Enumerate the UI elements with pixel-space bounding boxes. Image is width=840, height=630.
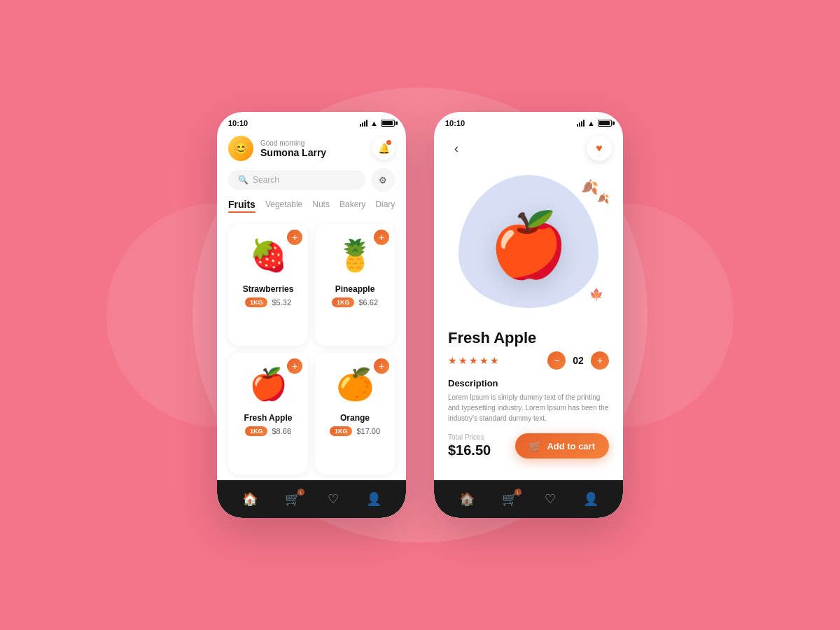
strawberries-meta: 1KG $5.32 [245, 298, 291, 307]
detail-product-image: 🍎 [489, 209, 568, 282]
nav-home-2[interactable]: 🏠 [459, 491, 475, 507]
user-info: 😊 Good morning Sumona Larry [228, 136, 326, 161]
decrease-quantity-button[interactable]: − [547, 351, 566, 370]
pineapple-name: Pineapple [335, 284, 375, 294]
orange-meta: 1KG $17.00 [330, 426, 380, 436]
notification-button[interactable]: 🔔 [372, 137, 395, 160]
wifi-icon: ▲ [370, 119, 378, 127]
category-fruits[interactable]: Fruits [228, 199, 255, 210]
add-strawberries-button[interactable]: + [287, 230, 302, 245]
favorite-button[interactable]: ♥ [587, 136, 612, 161]
battery-icon-2 [598, 120, 612, 127]
strawberries-name: Strawberries [243, 284, 294, 294]
cart-badge-2: 1 [514, 489, 522, 496]
category-bakery[interactable]: Bakery [340, 200, 365, 209]
nav-cart-1[interactable]: 🛒 1 [285, 491, 300, 507]
orange-price: $17.00 [356, 427, 380, 435]
category-diary[interactable]: Diary [375, 200, 395, 209]
product-grid: + 🍓 Strawberries 1KG $5.32 + 🍍 Pineapple [217, 218, 406, 480]
wifi-icon-2: ▲ [587, 119, 595, 127]
status-time-1: 10:10 [228, 119, 248, 127]
category-nuts[interactable]: Nuts [312, 200, 330, 209]
star-5: ★ [490, 355, 499, 366]
product-detail-info: Fresh Apple ★ ★ ★ ★ ★ − 02 + Description… [434, 322, 623, 480]
product-card-orange[interactable]: + 🍊 Orange 1KG $17.00 [315, 353, 395, 475]
star-2: ★ [458, 355, 468, 366]
phone-detail-screen: 10:10 ▲ ‹ ♥ 🍎 🍂 🍂 🍁 [434, 112, 623, 518]
add-to-cart-button[interactable]: 🛒 Add to cart [515, 433, 609, 458]
star-3: ★ [469, 355, 478, 366]
status-bar-1: 10:10 ▲ [217, 112, 406, 132]
home-header: 😊 Good morning Sumona Larry 🔔 [217, 132, 406, 168]
nav-favorites-1[interactable]: ♡ [328, 491, 339, 507]
phones-container: 10:10 ▲ 😊 Good morning Sumona Larry [217, 112, 623, 518]
nav-home-1[interactable]: 🏠 [242, 491, 258, 507]
search-bar[interactable]: 🔍 Search [228, 170, 365, 190]
orange-weight: 1KG [330, 426, 353, 436]
status-bar-2: 10:10 ▲ [434, 112, 623, 132]
star-4: ★ [479, 355, 489, 366]
description-text: Lorem Ipsum is simply dummy text of the … [448, 392, 609, 424]
fresh-apple-price: $8.66 [272, 427, 291, 435]
add-to-cart-label: Add to cart [547, 441, 595, 451]
user-name-label: Sumona Larry [260, 147, 326, 158]
filter-button[interactable]: ⚙ [371, 168, 395, 192]
detail-header: ‹ ♥ [434, 132, 623, 168]
bottom-nav-2: 🏠 🛒 1 ♡ 👤 [434, 480, 623, 518]
category-tabs: Fruits Vegetable Nuts Bakery Diary [217, 199, 406, 218]
back-button[interactable]: ‹ [445, 137, 468, 160]
bottom-nav-1: 🏠 🛒 1 ♡ 👤 [217, 480, 406, 518]
nav-cart-2[interactable]: 🛒 1 [502, 491, 517, 507]
total-price-section: Total Prices $16.50 [448, 433, 491, 458]
strawberries-weight: 1KG [245, 298, 268, 307]
pineapple-weight: 1KG [332, 298, 355, 307]
category-vegetable[interactable]: Vegetable [265, 200, 302, 209]
strawberries-price: $5.32 [272, 298, 291, 307]
decoration-leaf-1: 🍂 [581, 178, 598, 195]
search-icon: 🔍 [238, 175, 248, 185]
total-price-value: $16.50 [448, 442, 491, 458]
heart-icon: ♥ [596, 142, 603, 155]
greeting-label: Good morning [260, 139, 326, 147]
pineapple-meta: 1KG $6.62 [332, 298, 378, 307]
nav-profile-1[interactable]: 👤 [366, 491, 382, 507]
phone-home-screen: 10:10 ▲ 😊 Good morning Sumona Larry [217, 112, 406, 518]
quantity-controls: − 02 + [547, 351, 609, 370]
increase-quantity-button[interactable]: + [591, 351, 609, 370]
nav-profile-2[interactable]: 👤 [583, 491, 598, 507]
battery-icon [381, 120, 395, 127]
rating-row: ★ ★ ★ ★ ★ − 02 + [448, 351, 609, 370]
star-1: ★ [448, 355, 457, 366]
product-detail-image-area: 🍎 🍂 🍂 🍁 [434, 168, 623, 322]
purchase-row: Total Prices $16.50 🛒 Add to cart [448, 433, 609, 458]
quantity-value: 02 [571, 355, 585, 366]
signal-icon-2 [577, 120, 584, 127]
add-pineapple-button[interactable]: + [374, 230, 389, 245]
description-title: Description [448, 378, 609, 388]
filter-icon: ⚙ [379, 175, 387, 186]
fresh-apple-meta: 1KG $8.66 [245, 426, 291, 436]
total-prices-label: Total Prices [448, 433, 491, 441]
product-rating-stars: ★ ★ ★ ★ ★ [448, 355, 499, 366]
greeting-text: Good morning Sumona Larry [260, 139, 326, 158]
cart-icon: 🛒 [529, 440, 541, 451]
fresh-apple-name: Fresh Apple [244, 413, 293, 423]
notification-dot [386, 140, 391, 145]
decoration-leaf-3: 🍁 [589, 288, 603, 301]
product-card-pineapple[interactable]: + 🍍 Pineapple 1KG $6.62 [315, 224, 395, 346]
search-placeholder-label: Search [253, 175, 279, 185]
pineapple-price: $6.62 [358, 298, 378, 307]
decoration-leaf-2: 🍂 [597, 192, 609, 204]
nav-favorites-2[interactable]: ♡ [545, 491, 556, 507]
status-time-2: 10:10 [445, 119, 465, 127]
search-section: 🔍 Search ⚙ [217, 168, 406, 199]
add-orange-button[interactable]: + [374, 358, 389, 374]
product-card-strawberries[interactable]: + 🍓 Strawberries 1KG $5.32 [228, 224, 308, 346]
avatar: 😊 [228, 136, 253, 161]
product-card-fresh-apple[interactable]: + 🍎 Fresh Apple 1KG $8.66 [228, 353, 308, 475]
orange-name: Orange [340, 413, 370, 423]
status-icons-1: ▲ [360, 119, 395, 127]
cart-badge-1: 1 [298, 489, 304, 496]
status-icons-2: ▲ [577, 119, 612, 127]
add-apple-button[interactable]: + [287, 358, 302, 374]
